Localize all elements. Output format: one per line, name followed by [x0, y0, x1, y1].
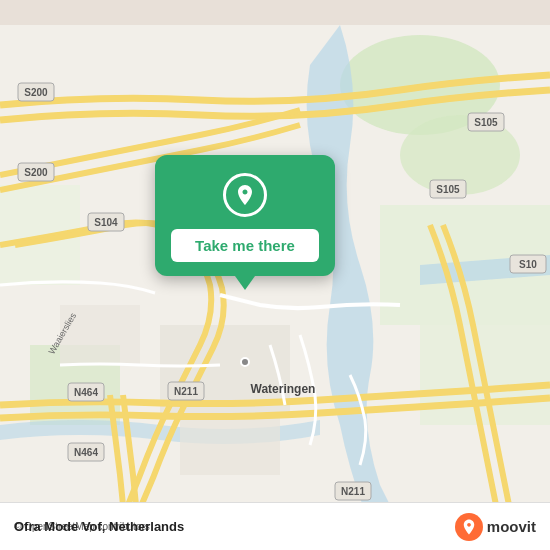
moovit-text: moovit [487, 518, 536, 535]
svg-text:N211: N211 [341, 486, 365, 497]
popup-pin [223, 173, 267, 217]
location-dot [240, 357, 250, 367]
popup-card: Take me there [155, 155, 335, 276]
bottom-bar: © OpenStreetMap contributors moovit [0, 502, 550, 550]
svg-text:S105: S105 [474, 117, 498, 128]
svg-text:S105: S105 [436, 184, 460, 195]
svg-text:S200: S200 [24, 87, 48, 98]
svg-text:S200: S200 [24, 167, 48, 178]
svg-text:N211: N211 [174, 386, 198, 397]
svg-text:S10: S10 [519, 259, 537, 270]
svg-text:S104: S104 [94, 217, 118, 228]
svg-rect-8 [180, 415, 280, 475]
svg-text:N464: N464 [74, 447, 98, 458]
take-me-there-button[interactable]: Take me there [171, 229, 319, 262]
svg-text:Wateringen: Wateringen [251, 382, 316, 396]
svg-text:N464: N464 [74, 387, 98, 398]
copyright-text: © OpenStreetMap contributors [14, 521, 150, 532]
moovit-logo-area: moovit [455, 513, 536, 541]
bottom-left: © OpenStreetMap contributors [14, 521, 150, 532]
moovit-icon [455, 513, 483, 541]
location-pin-icon [233, 183, 257, 207]
map-container: S200 S200 S104 S105 S105 S10 N211 N211 N… [0, 0, 550, 550]
